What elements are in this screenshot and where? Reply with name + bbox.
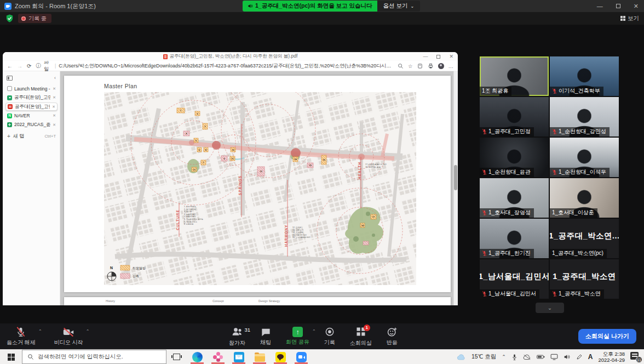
taskbar-app-explorer[interactable]: [249, 350, 270, 364]
clock-time: 오후 2:38: [603, 351, 625, 357]
breakout-rooms-button[interactable]: 1 소회의실: [350, 326, 372, 347]
browser-url-bar: ← → ⟳ ⓘ 파일 | C:/Users/박소연/DOWNLO~1/Micro…: [3, 61, 458, 71]
browser-tab[interactable]: NAVER✕: [5, 112, 58, 120]
participant-tile[interactable]: 1_공주대_한기진: [480, 219, 549, 258]
close-tab-icon[interactable]: ✕: [53, 113, 56, 118]
participants-button[interactable]: 31 참가자: [229, 326, 245, 347]
close-tab-icon[interactable]: ✕: [52, 105, 55, 109]
taskbar-clock[interactable]: 오후 2:38 2022-04-29: [598, 351, 625, 363]
compass-n-label: N: [110, 266, 113, 270]
participant-name: 1_공주대_박소연: [550, 289, 604, 299]
task-view-button[interactable]: [166, 350, 187, 364]
close-button[interactable]: ✕: [634, 3, 639, 10]
browser-minimize-button[interactable]: —: [423, 54, 428, 59]
reactions-button[interactable]: 반응: [387, 327, 398, 346]
notification-center-button[interactable]: 11: [630, 352, 641, 362]
browser-maximize-button[interactable]: [436, 55, 440, 59]
scrollbar-thumb[interactable]: [454, 165, 457, 190]
maximize-button[interactable]: [616, 4, 620, 8]
recording-indicator[interactable]: 기록 중: [18, 14, 51, 23]
taskbar-app-flower[interactable]: [208, 350, 228, 364]
participant-tile[interactable]: 1_순천향대_윤관: [480, 138, 549, 177]
participant-tile[interactable]: 1조 최광휴: [480, 56, 549, 96]
print-icon[interactable]: [428, 63, 434, 69]
participant-tile[interactable]: 1_남서울대_김민서1_남서울대_김민서: [480, 259, 549, 299]
battery-icon[interactable]: [537, 354, 545, 360]
participant-tile[interactable]: 1_순천향대_강민성: [550, 97, 619, 136]
taskbar-app-edge[interactable]: [187, 350, 208, 364]
zone-list-item: 3. 전시관: [184, 210, 192, 213]
participant-name: 1_순천향대_이석우: [550, 168, 610, 177]
share-options-caret[interactable]: ⌃: [312, 329, 316, 334]
participant-tile[interactable]: 1_공주대_박소연1_공주대_박소연: [550, 259, 619, 299]
record-button[interactable]: 기록: [324, 327, 335, 346]
tray-mic-icon[interactable]: [511, 354, 518, 361]
participant-name: 1_순천향대_강민성: [550, 127, 610, 136]
taskbar-search-input[interactable]: 검색하려면 여기에 입력하십시오.: [22, 350, 166, 364]
zone-list-item: 13. 야외 도서: [292, 229, 303, 231]
participant-name: 1_순천향대_윤관: [480, 168, 534, 177]
new-tab-shortcut: Ctrl+T: [44, 134, 56, 139]
profile-avatar[interactable]: [438, 63, 444, 69]
participant-name: 1_공주대_한기진: [480, 249, 534, 258]
start-button[interactable]: [0, 350, 22, 364]
display-icon[interactable]: [550, 354, 558, 360]
zone-list-item: 5. 방문객 쉼터: [184, 215, 196, 218]
weather-text[interactable]: 15℃ 흐림: [472, 353, 496, 361]
taskbar-app-mail[interactable]: [228, 350, 249, 364]
pdf-scrollbar[interactable]: [453, 71, 458, 305]
participant-tile[interactable]: 1_호서대_장영성: [480, 178, 549, 218]
browser-tab[interactable]: Launch Meeting - Zoom✕: [5, 84, 58, 93]
share-screen-button[interactable]: ↑ 화면 공유 ⌃: [286, 327, 309, 346]
leave-breakout-button[interactable]: 소회의실 나가기: [578, 329, 636, 344]
info-icon[interactable]: ⓘ: [36, 62, 41, 70]
tab-actions-icon[interactable]: [7, 76, 13, 81]
scroll-participants-button[interactable]: ⌄: [536, 303, 564, 313]
refresh-icon[interactable]: ⟳: [27, 63, 31, 69]
browser-tab[interactable]: 2022_RUCAS_중간워크샵 맵✕: [5, 121, 58, 129]
close-tab-icon[interactable]: ✕: [53, 95, 56, 100]
view-options-button[interactable]: 옵션 보기 ⌄: [377, 1, 421, 12]
participant-tile[interactable]: 1_공주대_고민정: [480, 97, 549, 136]
taskbar-app-kakaotalk[interactable]: [270, 350, 291, 364]
minimize-button[interactable]: —: [597, 3, 603, 9]
zone-list-item: 15. 커뮤니티센터: [292, 234, 307, 236]
mic-muted-icon: [482, 291, 487, 297]
collapse-pane-icon[interactable]: ‹: [54, 75, 56, 81]
video-options-caret[interactable]: ⌃: [86, 329, 90, 334]
participant-name: 이기석_건축학부: [550, 87, 603, 96]
view-button[interactable]: 보기: [620, 14, 639, 23]
marker-number: 14: [294, 158, 297, 161]
chat-button[interactable]: 채팅: [260, 327, 271, 346]
browser-tab[interactable]: 공주대(온양)_고민정, 박소연✕: [5, 103, 58, 111]
participant-tile[interactable]: 1_순천향대_이석우: [550, 138, 619, 177]
participant-name: 1_공주대_고민정: [480, 127, 534, 136]
pen-icon[interactable]: [576, 354, 583, 360]
security-shield-icon[interactable]: [5, 14, 14, 23]
browser-close-button[interactable]: ✕: [449, 54, 453, 59]
tab-title: 2022_RUCAS_중간워크샵 맵: [14, 122, 50, 128]
mic-options-caret[interactable]: ⌃: [38, 329, 42, 334]
forward-icon[interactable]: →: [17, 63, 22, 69]
participant-tile[interactable]: 1_호서대_이상훈: [550, 178, 619, 218]
taskbar-app-zoom[interactable]: [291, 350, 312, 364]
favorites-star-icon[interactable]: ☆: [408, 63, 413, 69]
hidden-icons-chevron[interactable]: ⌃: [502, 354, 506, 360]
browser-tab[interactable]: 공주대(온양)_고민정, 박소연✕: [5, 94, 58, 102]
zoom-page-icon[interactable]: [398, 63, 404, 69]
unmute-button[interactable]: 음소거 해제 ⌃: [7, 327, 36, 346]
weather-cloud-icon[interactable]: [457, 354, 466, 361]
participant-tile[interactable]: 1_공주대_박소연...1_공주대_박소연(pc): [550, 219, 619, 258]
start-video-button[interactable]: 비디오 시작 ⌃: [54, 327, 83, 346]
collections-icon[interactable]: [417, 63, 423, 69]
more-menu-icon[interactable]: …: [449, 63, 454, 69]
close-tab-icon[interactable]: ✕: [53, 123, 56, 127]
back-icon[interactable]: ←: [7, 63, 13, 69]
new-tab-button[interactable]: + 새 탭 Ctrl+T: [5, 133, 58, 140]
volume-icon[interactable]: [564, 354, 571, 360]
ime-indicator[interactable]: A: [588, 353, 593, 361]
sheet-icon: [7, 122, 12, 127]
close-tab-icon[interactable]: ✕: [53, 87, 56, 91]
onedrive-icon[interactable]: [523, 354, 531, 360]
participant-tile[interactable]: 이기석_건축학부: [550, 56, 619, 96]
